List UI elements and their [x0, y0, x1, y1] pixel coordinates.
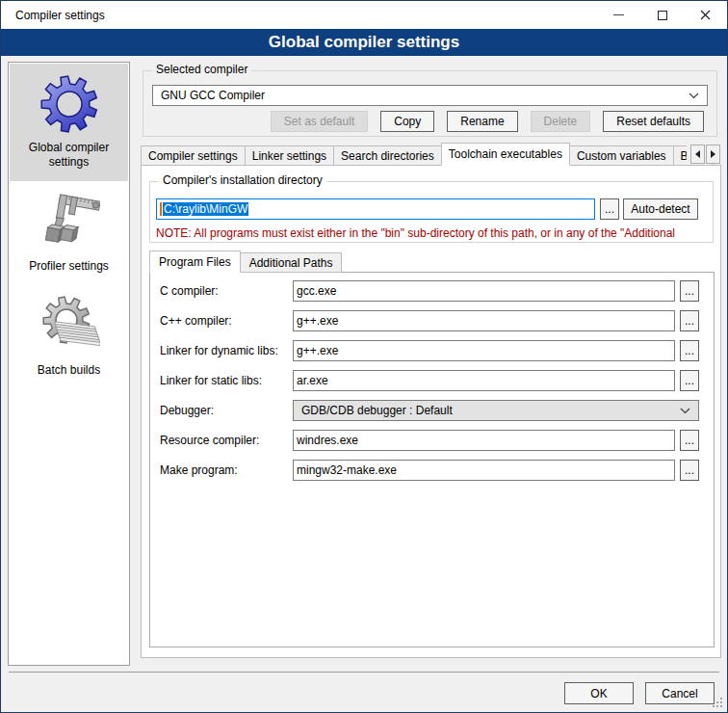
linker-for-static-libs-value: ar.exe [297, 374, 328, 387]
linker-for-dynamic-libs-value: g++.exe [297, 344, 338, 357]
compiler-settings-window: Compiler settings Global compiler settin… [0, 0, 728, 713]
window-title: Compiler settings [1, 9, 105, 22]
auto-detect-button[interactable]: Auto-detect [623, 198, 698, 220]
field-label: Resource compiler: [160, 430, 259, 451]
settings-content: Selected compiler GNU GCC Compiler Set a… [140, 62, 722, 666]
resize-grip[interactable] [713, 698, 715, 700]
sidebar-item-profiler-settings[interactable]: Profiler settings [10, 182, 128, 285]
form-row-resource-compiler: Resource compiler:windres.exe... [150, 430, 714, 451]
sidebar-item-label: Batch builds [12, 363, 126, 378]
tab-linker-settings[interactable]: Linker settings [245, 145, 334, 166]
sidebar-item-global-compiler-settings[interactable]: Global compiler settings [10, 64, 128, 181]
rename-button[interactable]: Rename [447, 111, 517, 132]
form-row-linker-for-dynamic-libs: Linker for dynamic libs:g++.exe... [150, 340, 714, 361]
cancel-button[interactable]: Cancel [645, 682, 715, 704]
resource-compiler-value: windres.exe [297, 434, 358, 447]
close-button[interactable] [684, 1, 727, 29]
footer-divider [9, 672, 719, 673]
close-icon [700, 10, 711, 20]
field-label: Make program: [160, 460, 238, 481]
tab-scroll-right-button[interactable] [706, 145, 720, 164]
c-compiler-value: g++.exe [297, 314, 338, 328]
resource-compiler-input[interactable]: windres.exe [293, 430, 675, 451]
installation-directory-value: C:\raylib\MinGW [163, 202, 248, 216]
make-program-value: mingw32-make.exe [297, 463, 397, 477]
linker-for-dynamic-libs-input[interactable]: g++.exe [293, 340, 675, 361]
triangle-left-icon [691, 150, 700, 158]
c-compiler-browse-button[interactable]: ... [680, 280, 699, 302]
c-compiler-input[interactable]: gcc.exe [293, 280, 675, 302]
c-compiler-input[interactable]: g++.exe [293, 310, 675, 331]
sidebar-item-batch-builds[interactable]: Batch builds [10, 286, 128, 389]
note-text: NOTE: All programs must exist either in … [156, 226, 711, 240]
form-row-debugger: Debugger:GDB/CDB debugger : Default [150, 400, 714, 421]
selected-compiler-group-label: Selected compiler [152, 63, 251, 76]
tab-program-files[interactable]: Program Files [149, 251, 241, 273]
set-as-default-button: Set as default [271, 111, 368, 132]
compiler-select[interactable]: GNU GCC Compiler [152, 85, 708, 106]
installation-directory-group-label: Compiler's installation directory [159, 173, 326, 187]
page-title: Global compiler settings [1, 29, 727, 56]
installation-directory-input[interactable]: C:\raylib\MinGW [156, 198, 595, 220]
title-bar: Compiler settings [1, 1, 727, 29]
linker-for-dynamic-libs-browse-button[interactable]: ... [680, 340, 699, 361]
form-row-make-program: Make program:mingw32-make.exe... [150, 460, 714, 481]
tab-toolchain-executables[interactable]: Toolchain executables [441, 143, 570, 166]
paths-tabstrip: Program FilesAdditional Paths [149, 251, 342, 273]
gear-blue-icon [12, 72, 126, 134]
caliper-icon [12, 191, 126, 252]
resource-compiler-browse-button[interactable]: ... [680, 430, 699, 451]
triangle-right-icon [711, 150, 719, 158]
c-compiler-browse-button[interactable]: ... [680, 310, 699, 331]
form-row-c-compiler: C compiler:gcc.exe... [150, 280, 714, 302]
field-label: Debugger: [160, 400, 214, 421]
installation-directory-group: Compiler's installation directory C:\ray… [149, 181, 714, 243]
debugger-select[interactable]: GDB/CDB debugger : Default [293, 400, 699, 421]
sidebar-item-label: Profiler settings [12, 259, 126, 274]
tab-scroll-buttons [687, 145, 720, 164]
window-controls [597, 1, 727, 29]
gear-stack-icon [12, 295, 126, 356]
sidebar-item-label: Global compiler settings [12, 141, 126, 170]
tab-custom-variables[interactable]: Custom variables [569, 145, 674, 166]
field-label: C++ compiler: [160, 310, 232, 331]
chevron-down-icon [689, 92, 699, 99]
field-label: Linker for static libs: [160, 370, 262, 391]
reset-defaults-button[interactable]: Reset defaults [603, 111, 704, 132]
maximize-button[interactable] [640, 1, 684, 29]
compiler-actions: Set as defaultCopyRenameDeleteReset defa… [271, 111, 704, 132]
compiler-select-value: GNU GCC Compiler [161, 89, 689, 102]
tab-compiler-settings[interactable]: Compiler settings [141, 145, 246, 166]
make-program-browse-button[interactable]: ... [680, 460, 699, 481]
program-files-page: C compiler:gcc.exe...C++ compiler:g++.ex… [149, 272, 715, 647]
ok-button[interactable]: OK [564, 682, 634, 704]
tab-scroll-left-button[interactable] [690, 145, 705, 164]
delete-button: Delete [531, 111, 591, 132]
copy-button[interactable]: Copy [380, 111, 434, 132]
c-compiler-value: gcc.exe [297, 284, 336, 298]
selected-compiler-group: Selected compiler GNU GCC Compiler Set a… [143, 70, 717, 137]
tab-additional-paths[interactable]: Additional Paths [240, 252, 343, 273]
form-row-c-compiler: C++ compiler:g++.exe... [150, 310, 714, 331]
form-row-linker-for-static-libs: Linker for static libs:ar.exe... [150, 370, 714, 391]
settings-category-list: Global compiler settings Profiler settin… [8, 62, 130, 666]
linker-for-static-libs-input[interactable]: ar.exe [293, 370, 675, 391]
toolchain-executables-page: Compiler's installation directory C:\ray… [141, 165, 721, 658]
tab-search-directories[interactable]: Search directories [333, 145, 442, 166]
linker-for-static-libs-browse-button[interactable]: ... [680, 370, 699, 391]
maximize-icon [658, 11, 667, 20]
minimize-button[interactable] [597, 1, 640, 29]
make-program-input[interactable]: mingw32-make.exe [293, 460, 675, 481]
debugger-select-value: GDB/CDB debugger : Default [301, 404, 680, 417]
field-label: Linker for dynamic libs: [160, 340, 278, 361]
text-caret [160, 202, 162, 216]
minimize-icon [613, 14, 624, 15]
chevron-down-icon [680, 408, 690, 414]
settings-tabstrip: Compiler settingsLinker settingsSearch d… [141, 143, 722, 166]
field-label: C compiler: [160, 280, 219, 302]
browse-directory-button[interactable]: ... [600, 198, 619, 220]
